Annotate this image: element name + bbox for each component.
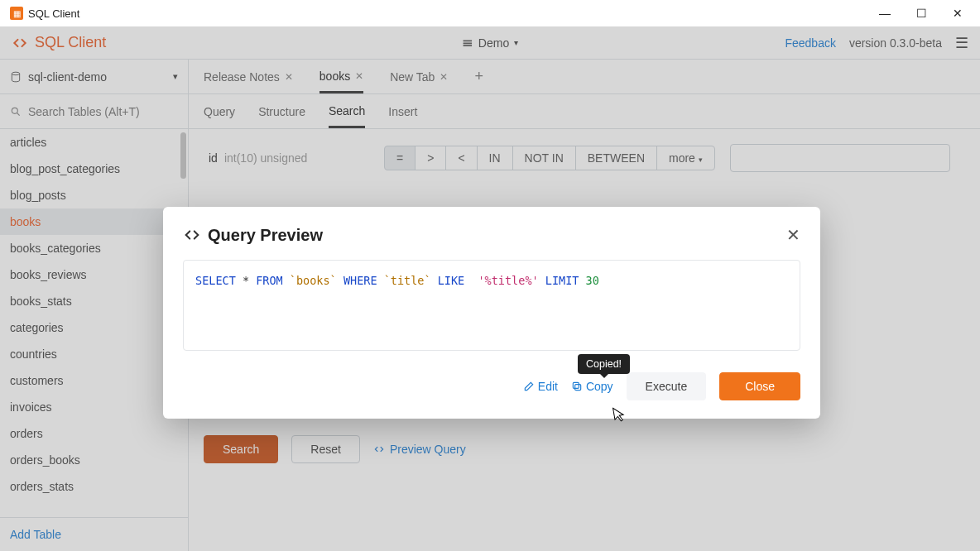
copy-icon — [571, 381, 583, 392]
close-window-button[interactable]: ✕ — [947, 7, 968, 20]
sql-token: `title` — [384, 274, 431, 287]
edit-label: Edit — [538, 380, 558, 393]
sql-token — [579, 274, 585, 287]
sql-token — [283, 274, 290, 287]
sql-token: FROM — [256, 274, 283, 287]
query-preview-modal: Query Preview ✕ SELECT * FROM `books` WH… — [163, 207, 820, 419]
sql-token: LIKE — [438, 274, 465, 287]
copy-label: Copy — [586, 380, 613, 393]
edit-button[interactable]: Edit — [523, 380, 558, 393]
copy-button[interactable]: Copy — [571, 380, 613, 393]
modal-close-button[interactable]: ✕ — [786, 225, 800, 245]
titlebar-left: ▦ SQL Client — [7, 7, 79, 20]
execute-button[interactable]: Execute — [627, 372, 707, 400]
svg-rect-2 — [575, 385, 581, 390]
sql-token — [539, 274, 545, 287]
sql-token: 30 — [586, 274, 599, 287]
sql-token: SELECT — [195, 274, 236, 287]
edit-icon — [523, 381, 535, 392]
modal-title: Query Preview — [208, 226, 323, 245]
os-titlebar: ▦ SQL Client ― ☐ ✕ — [0, 0, 980, 26]
sql-token: WHERE — [343, 274, 377, 287]
sql-token: `books` — [290, 274, 337, 287]
sql-preview: SELECT * FROM `books` WHERE `title` LIKE… — [183, 260, 800, 351]
close-button[interactable]: Close — [719, 372, 800, 400]
svg-rect-3 — [573, 382, 579, 388]
sql-token — [337, 274, 343, 287]
window-controls: ― ☐ ✕ — [874, 7, 973, 20]
app-icon: ▦ — [10, 7, 23, 20]
maximize-button[interactable]: ☐ — [910, 7, 932, 20]
sql-token: '%title%' — [478, 274, 538, 287]
sql-token — [464, 274, 478, 287]
sql-token — [377, 274, 384, 287]
sql-token: * — [236, 274, 256, 287]
code-icon — [183, 226, 201, 244]
app-title: SQL Client — [28, 7, 79, 20]
sql-token — [431, 274, 438, 287]
copied-tooltip: Copied! — [578, 354, 630, 374]
sql-token: LIMIT — [545, 274, 579, 287]
minimize-button[interactable]: ― — [874, 7, 896, 20]
